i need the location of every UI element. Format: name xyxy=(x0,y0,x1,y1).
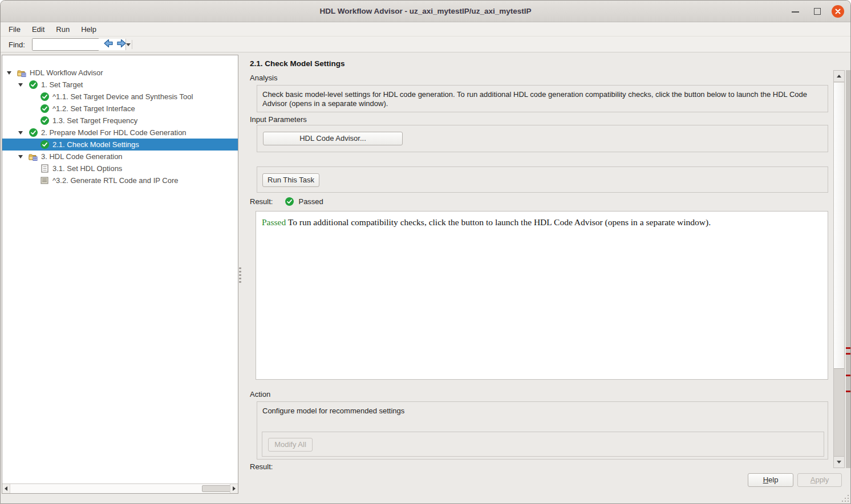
resize-grip-icon[interactable] xyxy=(842,495,849,502)
result-label: Result: xyxy=(250,197,273,206)
tree-item[interactable]: ^1.2. Set Target Interface xyxy=(2,103,238,115)
titlebar[interactable]: HDL Workflow Advisor - uz_axi_mytestIP/u… xyxy=(1,1,850,22)
find-combobox xyxy=(32,38,99,51)
run-task-box: Run This Task xyxy=(257,166,828,193)
tree-item[interactable]: 1. Set Target xyxy=(2,79,238,91)
modify-all-button[interactable]: Modify All xyxy=(268,438,313,452)
tree-item[interactable]: 2. Prepare Model For HDL Code Generation xyxy=(2,127,238,139)
doc-filled-icon xyxy=(40,176,49,185)
check-icon xyxy=(40,104,49,113)
menu-help[interactable]: Help xyxy=(75,23,102,35)
analysis-section-label: Analysis xyxy=(250,74,277,82)
red-marker[interactable] xyxy=(846,375,851,376)
input-parameters-box: HDL Code Advisor... xyxy=(257,125,828,152)
find-toolbar: Find: xyxy=(1,36,850,52)
tree-item-label: 3. HDL Code Generation xyxy=(41,152,123,161)
menubar: File Edit Run Help xyxy=(1,22,850,36)
help-button[interactable]: Help xyxy=(748,473,793,487)
input-parameters-label: Input Parameters xyxy=(250,115,307,124)
task-tree: HDL Workflow Advisor1. Set Target^1.1. S… xyxy=(2,55,238,186)
tree-item[interactable]: 2.1. Check Model Settings xyxy=(2,139,238,151)
tree-item-label: 2.1. Check Model Settings xyxy=(52,140,139,149)
hdl-code-advisor-button[interactable]: HDL Code Advisor... xyxy=(263,132,403,145)
page-title: 2.1. Check Model Settings xyxy=(250,59,345,68)
folder-icon xyxy=(17,68,26,78)
tree-item-label: 1.3. Set Target Frequency xyxy=(52,116,137,125)
action-description: Configure model for recommended settings xyxy=(257,402,828,420)
panel-splitter[interactable] xyxy=(239,267,244,283)
tree-item[interactable]: 3.1. Set HDL Options xyxy=(2,162,238,174)
red-marker[interactable] xyxy=(846,391,851,392)
horizontal-scrollbar-thumb[interactable] xyxy=(202,485,232,492)
minimize-icon[interactable] xyxy=(792,11,799,13)
vertical-scrollbar[interactable] xyxy=(833,70,845,468)
tree-item-label: 3.1. Set HDL Options xyxy=(52,164,122,173)
scroll-down-icon[interactable] xyxy=(834,456,844,468)
expander-icon[interactable] xyxy=(7,71,17,75)
doc-icon xyxy=(40,164,49,173)
result-message-status: Passed xyxy=(262,217,286,227)
expander-icon[interactable] xyxy=(18,155,29,158)
tree-item[interactable]: HDL Workflow Advisor xyxy=(2,67,238,79)
task-detail-pane: 2.1. Check Model Settings Analysis Check… xyxy=(250,55,833,471)
scroll-up-icon[interactable] xyxy=(834,71,844,82)
modify-box: Modify All xyxy=(262,432,824,457)
maximize-icon[interactable] xyxy=(814,8,821,15)
result-message-text: To run additional compatibility checks, … xyxy=(286,217,711,227)
check-icon xyxy=(40,116,49,125)
action-section-label: Action xyxy=(250,390,270,399)
passed-check-icon xyxy=(285,197,294,206)
tree-item[interactable]: 3. HDL Code Generation xyxy=(2,151,238,162)
tree-horizontal-scrollbar[interactable] xyxy=(2,483,238,493)
menu-file[interactable]: File xyxy=(3,23,26,35)
expander-icon[interactable] xyxy=(18,131,29,135)
tree-item[interactable]: ^1.1. Set Target Device and Synthesis To… xyxy=(2,91,238,103)
find-label: Find: xyxy=(9,40,25,49)
check-icon xyxy=(29,80,38,90)
scrollbar-marker-strip xyxy=(846,70,851,468)
result-message-box: Passed To run additional compatibility c… xyxy=(256,211,828,380)
result-status: Passed xyxy=(298,197,323,206)
window-title: HDL Workflow Advisor - uz_axi_mytestIP/u… xyxy=(1,7,850,15)
run-this-task-button[interactable]: Run This Task xyxy=(262,173,319,187)
vertical-scrollbar-thumb[interactable] xyxy=(834,83,844,369)
analysis-description-box: Check basic model-level settings for HDL… xyxy=(257,85,828,112)
close-icon[interactable] xyxy=(832,5,844,18)
tree-item-label: 2. Prepare Model For HDL Code Generation xyxy=(41,128,187,137)
expander-icon[interactable] xyxy=(18,83,29,87)
tree-item-label: ^1.1. Set Target Device and Synthesis To… xyxy=(52,92,193,101)
toolbar-separator xyxy=(132,40,132,49)
apply-button[interactable]: Apply xyxy=(797,473,842,487)
action-box: Configure model for recommended settings… xyxy=(257,401,828,460)
find-previous-icon[interactable] xyxy=(103,39,115,50)
red-marker[interactable] xyxy=(846,353,851,355)
check-icon xyxy=(29,128,38,137)
scroll-left-icon[interactable] xyxy=(2,484,10,493)
scroll-right-icon[interactable] xyxy=(230,484,238,493)
tree-item-label: ^3.2. Generate RTL Code and IP Core xyxy=(52,176,179,185)
menu-edit[interactable]: Edit xyxy=(26,23,50,35)
check-icon xyxy=(40,92,49,101)
check-icon xyxy=(40,140,49,149)
tree-item-label: 1. Set Target xyxy=(41,80,83,89)
find-next-icon[interactable] xyxy=(116,39,128,50)
tree-item[interactable]: 1.3. Set Target Frequency xyxy=(2,115,238,127)
tree-item-label: ^1.2. Set Target Interface xyxy=(52,104,135,113)
tree-item-label: HDL Workflow Advisor xyxy=(30,68,103,77)
folder-icon xyxy=(29,152,38,161)
task-tree-panel: HDL Workflow Advisor1. Set Target^1.1. S… xyxy=(2,55,238,494)
result-row: Result: Passed xyxy=(250,197,323,206)
hdl-workflow-advisor-window: HDL Workflow Advisor - uz_axi_mytestIP/u… xyxy=(0,0,851,504)
analysis-description: Check basic model-level settings for HDL… xyxy=(257,86,828,113)
action-result-label: Result: xyxy=(250,462,273,471)
red-marker[interactable] xyxy=(846,347,851,349)
tree-item[interactable]: ^3.2. Generate RTL Code and IP Core xyxy=(2,174,238,186)
menu-run[interactable]: Run xyxy=(50,23,75,35)
